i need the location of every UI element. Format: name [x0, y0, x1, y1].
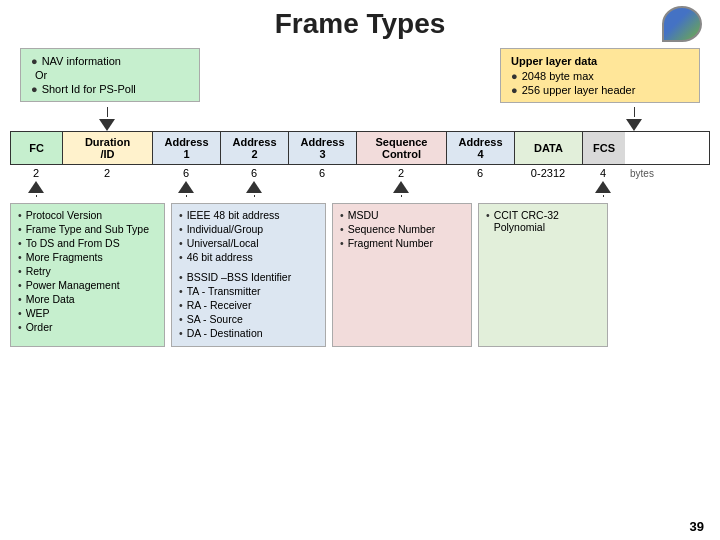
- page-number: 39: [690, 519, 704, 534]
- addr-item-6: RA - Receiver: [187, 299, 252, 311]
- dot-icon: •: [179, 313, 183, 325]
- dot-icon: •: [179, 271, 183, 283]
- dot-icon: •: [179, 209, 183, 221]
- addr-item-7: SA - Source: [187, 313, 243, 325]
- nav-info-box: ● NAV information Or ● Short Id for PS-P…: [20, 48, 200, 102]
- byte-addr4: 6: [446, 165, 514, 181]
- byte-addr2: 6: [220, 165, 288, 181]
- bullet-icon2: ●: [31, 83, 38, 95]
- seq-item-0: MSDU: [348, 209, 379, 221]
- ul-bullet2: 256 upper layer header: [522, 84, 636, 96]
- field-duration: Duration /ID: [63, 132, 153, 164]
- logo: [662, 6, 706, 46]
- addr-item-4: BSSID –BSS Identifier: [187, 271, 291, 283]
- dot-icon: •: [179, 327, 183, 339]
- dot-icon: •: [179, 223, 183, 235]
- up-arrow-connectors: [0, 181, 720, 197]
- field-seq: SequenceControl: [357, 132, 447, 164]
- addr-item-3: 46 bit address: [187, 251, 253, 263]
- top-section: ● NAV information Or ● Short Id for PS-P…: [0, 44, 720, 107]
- fc-item-1: Frame Type and Sub Type: [26, 223, 149, 235]
- detail-fcs: •CCIT CRC-32 Polynomial: [478, 203, 608, 347]
- fc-item-3: More Fragments: [26, 251, 103, 263]
- dot-icon: •: [18, 265, 22, 277]
- dot-icon: •: [18, 307, 22, 319]
- fc-item-2: To DS and From DS: [26, 237, 120, 249]
- or-text: Or: [35, 69, 189, 81]
- field-fc: FC: [11, 132, 63, 164]
- field-addr3: Address3: [289, 132, 357, 164]
- byte-seq: 2: [356, 165, 446, 181]
- addr-item-0: IEEE 48 bit address: [187, 209, 280, 221]
- dot-icon: •: [18, 279, 22, 291]
- upper-layer-label: Upper layer data: [511, 55, 689, 67]
- seq-item-2: Fragment Number: [348, 237, 433, 249]
- field-fcs: FCS: [583, 132, 625, 164]
- bytes-label: bytes: [630, 168, 654, 179]
- dot-icon: •: [340, 223, 344, 235]
- dot-icon: •: [18, 293, 22, 305]
- ul-bullet-icon1: ●: [511, 70, 518, 82]
- addr-item-8: DA - Destination: [187, 327, 263, 339]
- detail-addr-group1: •IEEE 48 bit address •Individual/Group •…: [171, 203, 326, 347]
- ul-bullet1: 2048 byte max: [522, 70, 594, 82]
- arrow-connectors: [0, 107, 720, 131]
- byte-fc: 2: [10, 165, 62, 181]
- byte-fcs: 4: [582, 165, 624, 181]
- dot-icon: •: [18, 321, 22, 333]
- fc-item-0: Protocol Version: [26, 209, 102, 221]
- bytes-row: 2 2 6 6 6 2 6 0-2312 4 bytes: [10, 165, 710, 181]
- dot-icon: •: [340, 237, 344, 249]
- page-title: Frame Types: [0, 0, 720, 44]
- fc-item-4: Retry: [26, 265, 51, 277]
- detail-fc: •Protocol Version •Frame Type and Sub Ty…: [10, 203, 165, 347]
- fcs-item-0: CCIT CRC-32 Polynomial: [494, 209, 600, 233]
- dot-icon: •: [18, 237, 22, 249]
- dot-icon: •: [179, 299, 183, 311]
- upper-layer-box: Upper layer data ● 2048 byte max ● 256 u…: [500, 48, 700, 103]
- byte-duration: 2: [62, 165, 152, 181]
- byte-data: 0-2312: [514, 165, 582, 181]
- fc-item-6: More Data: [26, 293, 75, 305]
- fc-item-7: WEP: [26, 307, 50, 319]
- field-addr1: Address1: [153, 132, 221, 164]
- dot-icon: •: [179, 251, 183, 263]
- nav-bullet1: NAV information: [42, 55, 121, 67]
- fc-item-8: Order: [26, 321, 53, 333]
- fields-row: FC Duration /ID Address1 Address2 Addres…: [10, 131, 710, 165]
- dot-icon: •: [18, 209, 22, 221]
- ul-bullet-icon2: ●: [511, 84, 518, 96]
- byte-addr3: 6: [288, 165, 356, 181]
- dot-icon: •: [340, 209, 344, 221]
- seq-item-1: Sequence Number: [348, 223, 436, 235]
- dot-icon: •: [486, 209, 490, 221]
- nav-bullet2: Short Id for PS-Poll: [42, 83, 136, 95]
- bottom-section: •Protocol Version •Frame Type and Sub Ty…: [0, 199, 720, 351]
- dot-icon: •: [18, 251, 22, 263]
- addr-item-5: TA - Transmitter: [187, 285, 261, 297]
- field-data: DATA: [515, 132, 583, 164]
- addr-item-2: Universal/Local: [187, 237, 259, 249]
- dot-icon: •: [179, 237, 183, 249]
- fc-item-5: Power Management: [26, 279, 120, 291]
- bullet-icon: ●: [31, 55, 38, 67]
- field-addr4: Address4: [447, 132, 515, 164]
- dot-icon: •: [18, 223, 22, 235]
- field-addr2: Address2: [221, 132, 289, 164]
- addr-item-1: Individual/Group: [187, 223, 263, 235]
- detail-seq: •MSDU •Sequence Number •Fragment Number: [332, 203, 472, 347]
- byte-addr1: 6: [152, 165, 220, 181]
- dot-icon: •: [179, 285, 183, 297]
